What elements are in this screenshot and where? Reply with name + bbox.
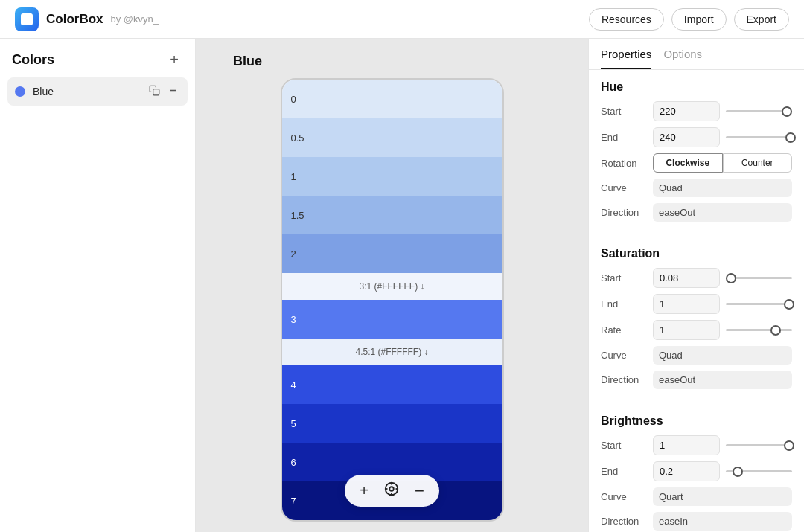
add-color-button[interactable]: + <box>165 51 183 68</box>
sat-end-input[interactable] <box>653 294 720 314</box>
swatch-label-15: 1.5 <box>291 210 304 221</box>
header: ColorBox by @kvyn_ Resources Import Expo… <box>0 0 804 39</box>
swatch-row-15: 1.5 <box>282 196 502 234</box>
sat-curve-value[interactable]: Quad <box>653 346 792 365</box>
swatch-label-4: 4 <box>291 379 296 391</box>
bri-end-slider[interactable] <box>726 464 792 479</box>
hue-rotation-row: Rotation Clockwise Counter <box>601 153 792 173</box>
swatch-label-3: 3 <box>291 314 296 325</box>
swatch-row-0: 0 <box>282 80 502 118</box>
bri-curve-value[interactable]: Quart <box>653 487 792 506</box>
sat-end-label: End <box>601 298 653 310</box>
bri-direction-row: Direction easeIn <box>601 512 792 531</box>
sat-rate-row: Rate <box>601 320 792 340</box>
hue-curve-row: Curve Quad <box>601 179 792 197</box>
swatch-label-2: 2 <box>291 249 296 260</box>
main: Colors + Blue Blue <box>0 39 804 532</box>
hue-end-slider[interactable] <box>726 130 792 145</box>
swatch-row-2: 2 <box>282 234 502 273</box>
tab-options[interactable]: Options <box>663 48 702 69</box>
sat-start-input[interactable] <box>653 268 720 288</box>
sat-direction-row: Direction easeOut <box>601 371 792 389</box>
sat-direction-label: Direction <box>601 374 653 385</box>
palette-controls: + − <box>345 475 439 507</box>
sat-direction-value[interactable]: easeOut <box>653 371 792 389</box>
bri-direction-value[interactable]: easeIn <box>653 512 792 531</box>
sat-start-label: Start <box>601 272 653 283</box>
hue-direction-value[interactable]: easeOut <box>653 203 792 222</box>
palette-phone: 0 0.5 1 1.5 2 3 <box>281 78 504 522</box>
sat-end-slider[interactable] <box>726 297 792 312</box>
swatch-row-1: 1 <box>282 157 502 196</box>
bri-start-label: Start <box>601 440 653 451</box>
hue-start-slider[interactable] <box>726 104 792 119</box>
hue-end-label: End <box>601 132 653 143</box>
svg-rect-0 <box>153 89 159 95</box>
center-panel: Blue 0 0.5 1 1.5 <box>196 39 588 532</box>
hue-start-row: Start <box>601 101 792 121</box>
color-item-name: Blue <box>33 86 140 97</box>
bri-start-input[interactable] <box>653 435 720 455</box>
hue-end-row: End <box>601 127 792 147</box>
bri-curve-row: Curve Quart <box>601 487 792 506</box>
hue-section: Hue Start End <box>589 70 804 231</box>
swatch-label-6: 6 <box>291 457 296 468</box>
sat-start-row: Start <box>601 268 792 288</box>
add-swatch-button[interactable]: + <box>360 482 368 499</box>
import-button[interactable]: Import <box>671 8 727 31</box>
contrast-bar-31: 3:1 (#FFFFFF) ↓ <box>282 273 502 300</box>
swatch-label-05: 0.5 <box>291 132 304 144</box>
sidebar-header: Colors + <box>0 39 195 77</box>
hue-title: Hue <box>601 80 792 94</box>
swatch-label-0: 0 <box>291 94 296 105</box>
bri-start-slider[interactable] <box>726 438 792 453</box>
contrast-bar-451: 4.5:1 (#FFFFFF) ↓ <box>282 339 502 365</box>
clockwise-button[interactable]: Clockwise <box>653 153 723 173</box>
saturation-section: Saturation Start End <box>589 237 804 398</box>
app-name: ColorBox <box>46 12 103 27</box>
copy-color-button[interactable] <box>147 83 162 100</box>
svg-point-3 <box>389 487 394 491</box>
hue-start-input[interactable] <box>653 101 720 121</box>
saturation-title: Saturation <box>601 247 792 260</box>
right-panel: Properties Options Hue Start End <box>588 39 804 532</box>
resources-button[interactable]: Resources <box>589 8 664 31</box>
header-right: Resources Import Export <box>589 8 789 31</box>
swatch-label-5: 5 <box>291 418 296 429</box>
header-left: ColorBox by @kvyn_ <box>15 7 159 31</box>
swatch-label-1: 1 <box>291 171 296 182</box>
bri-start-row: Start <box>601 435 792 455</box>
contrast-label-31: 3:1 (#FFFFFF) ↓ <box>360 281 425 292</box>
sat-curve-label: Curve <box>601 350 653 361</box>
swatch-row-05: 0.5 <box>282 118 502 157</box>
contrast-label-451: 4.5:1 (#FFFFFF) ↓ <box>355 347 428 357</box>
sidebar-title: Colors <box>12 52 54 68</box>
hue-curve-value[interactable]: Quad <box>653 179 792 197</box>
remove-swatch-button[interactable]: − <box>415 481 424 501</box>
sidebar-item-blue[interactable]: Blue <box>7 77 188 106</box>
sat-curve-row: Curve Quad <box>601 346 792 365</box>
hue-end-input[interactable] <box>653 127 720 147</box>
hue-start-label: Start <box>601 106 653 117</box>
color-swatch-dot <box>15 86 25 97</box>
logo-icon <box>15 7 39 31</box>
hue-direction-label: Direction <box>601 207 653 218</box>
hue-curve-label: Curve <box>601 182 653 193</box>
swatch-label-7: 7 <box>291 496 296 507</box>
sat-rate-slider[interactable] <box>726 323 792 338</box>
brightness-section: Brightness Start End <box>589 404 804 532</box>
sat-rate-input[interactable] <box>653 320 720 340</box>
counter-button[interactable]: Counter <box>723 153 793 173</box>
swatch-row-5: 5 <box>282 404 502 443</box>
hue-direction-row: Direction easeOut <box>601 203 792 222</box>
bri-end-label: End <box>601 466 653 477</box>
bri-end-input[interactable] <box>653 461 720 481</box>
remove-color-button[interactable] <box>166 83 180 100</box>
brightness-title: Brightness <box>601 414 792 428</box>
sat-start-slider[interactable] <box>726 271 792 286</box>
sat-rate-label: Rate <box>601 324 653 336</box>
tab-properties[interactable]: Properties <box>601 48 651 69</box>
target-button[interactable] <box>383 481 400 501</box>
export-button[interactable]: Export <box>734 8 789 31</box>
panel-tabs: Properties Options <box>589 39 804 70</box>
